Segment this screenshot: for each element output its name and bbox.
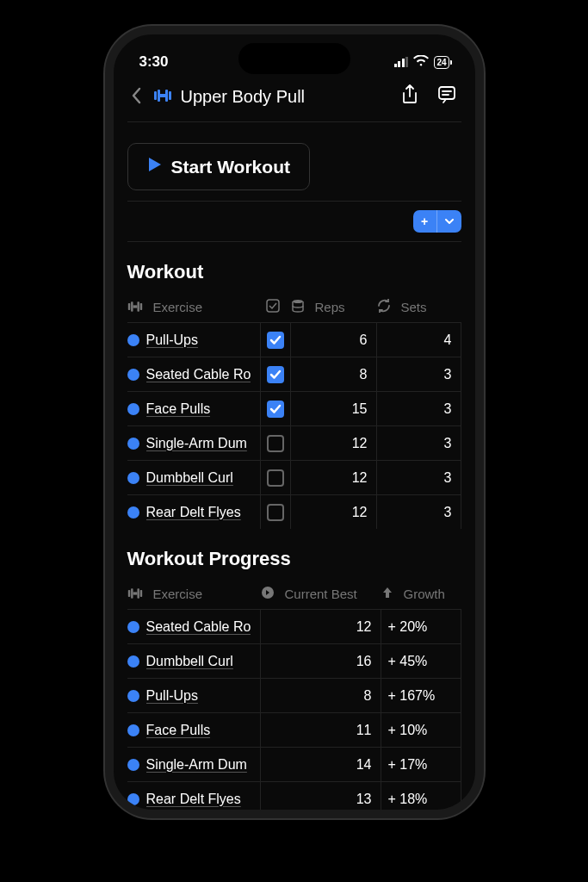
- reps-value[interactable]: 8: [291, 367, 376, 382]
- add-button[interactable]: +: [413, 210, 461, 233]
- share-button[interactable]: [396, 84, 424, 109]
- reps-col-label: Reps: [315, 300, 345, 314]
- table-row: Single-Arm Dum14+ 17%: [127, 747, 461, 781]
- current-best-value: 13: [261, 792, 381, 807]
- exercise-name[interactable]: Single-Arm Dum: [146, 436, 247, 451]
- exercise-name[interactable]: Dumbbell Curl: [146, 470, 233, 486]
- reps-value[interactable]: 12: [291, 436, 376, 451]
- table-row: Pull-Ups8+ 167%: [127, 678, 461, 712]
- exercise-dot: [127, 369, 139, 381]
- exercise-name[interactable]: Seated Cable Ro: [146, 619, 251, 635]
- exercise-checkbox[interactable]: [267, 332, 284, 349]
- table-row: Dumbbell Curl123: [127, 460, 461, 494]
- exercise-name[interactable]: Face Pulls: [146, 401, 211, 417]
- svg-rect-3: [165, 90, 168, 102]
- dynamic-island: [238, 43, 350, 74]
- growth-value: + 18%: [381, 792, 428, 807]
- battery-icon: 24: [434, 56, 449, 69]
- svg-rect-10: [139, 303, 141, 310]
- exercise-dot: [127, 438, 139, 450]
- chevron-down-icon: [437, 210, 461, 233]
- current-best-col-label: Current Best: [285, 587, 357, 601]
- exercise-name[interactable]: Pull-Ups: [146, 688, 198, 704]
- exercise-checkbox[interactable]: [267, 401, 284, 418]
- svg-rect-15: [133, 592, 137, 594]
- reps-value[interactable]: 6: [291, 332, 376, 348]
- svg-point-12: [293, 300, 303, 303]
- wifi-icon: [413, 55, 429, 69]
- svg-rect-1: [158, 90, 160, 102]
- dumbbell-icon: [127, 587, 148, 601]
- sets-value[interactable]: 3: [377, 436, 461, 451]
- play-icon: [147, 156, 163, 177]
- status-time: 3:30: [139, 53, 169, 71]
- exercise-name[interactable]: Single-Arm Dum: [146, 757, 247, 773]
- svg-rect-7: [131, 301, 133, 311]
- growth-value: + 45%: [381, 654, 428, 669]
- exercise-name[interactable]: Dumbbell Curl: [146, 654, 233, 669]
- svg-rect-0: [154, 91, 157, 100]
- header: Upper Body Pull: [127, 78, 461, 121]
- current-best-value: 16: [261, 654, 381, 669]
- current-best-value: 11: [261, 723, 381, 738]
- exercise-col-label: Exercise: [153, 587, 203, 601]
- back-button[interactable]: [127, 85, 145, 109]
- exercise-name[interactable]: Rear Delt Flyes: [146, 792, 241, 807]
- start-workout-button[interactable]: Start Workout: [127, 143, 310, 190]
- exercise-dot: [127, 334, 139, 346]
- svg-rect-11: [267, 300, 279, 312]
- exercise-dot: [127, 506, 139, 519]
- current-best-value: 8: [261, 688, 381, 704]
- table-row: Rear Delt Flyes13+ 18%: [127, 781, 461, 810]
- stack-icon: [291, 299, 310, 315]
- svg-rect-4: [169, 91, 171, 100]
- checkbox-icon: [266, 299, 285, 315]
- sets-value[interactable]: 4: [377, 332, 461, 348]
- cell-signal-icon: [394, 57, 409, 67]
- reps-value[interactable]: 15: [291, 401, 376, 417]
- current-best-value: 14: [261, 757, 381, 773]
- table-row: Face Pulls11+ 10%: [127, 712, 461, 747]
- svg-rect-6: [127, 303, 129, 310]
- exercise-dot: [127, 724, 139, 736]
- exercise-name[interactable]: Face Pulls: [146, 723, 211, 738]
- refresh-icon: [377, 299, 396, 315]
- svg-rect-2: [160, 94, 165, 97]
- arrow-up-icon: [381, 587, 399, 601]
- exercise-name[interactable]: Pull-Ups: [146, 332, 198, 348]
- comment-button[interactable]: [432, 85, 461, 109]
- sets-value[interactable]: 3: [377, 470, 461, 486]
- workout-table-header: Exercise Reps Sets: [127, 292, 461, 322]
- sets-value[interactable]: 3: [377, 505, 461, 520]
- reps-value[interactable]: 12: [291, 470, 376, 486]
- sets-value[interactable]: 3: [377, 401, 461, 417]
- exercise-dot: [127, 655, 139, 668]
- progress-section-title: Workout Progress: [127, 548, 461, 570]
- reps-value[interactable]: 12: [291, 505, 376, 520]
- table-row: Rear Delt Flyes123: [127, 494, 461, 529]
- exercise-dot: [127, 621, 139, 633]
- exercise-checkbox[interactable]: [267, 504, 284, 521]
- sets-value[interactable]: 3: [377, 367, 461, 382]
- exercise-checkbox[interactable]: [267, 366, 284, 383]
- svg-rect-16: [137, 588, 139, 598]
- exercise-col-label: Exercise: [153, 300, 203, 314]
- table-row: Face Pulls153: [127, 391, 461, 425]
- current-best-value: 12: [261, 619, 381, 635]
- exercise-name[interactable]: Rear Delt Flyes: [146, 505, 241, 520]
- arrow-right-circle-icon: [261, 586, 280, 602]
- growth-value: + 20%: [381, 619, 428, 635]
- table-row: Dumbbell Curl16+ 45%: [127, 643, 461, 678]
- growth-value: + 10%: [381, 723, 428, 738]
- svg-rect-5: [439, 87, 455, 99]
- exercise-dot: [127, 403, 139, 415]
- exercise-dot: [127, 472, 139, 484]
- exercise-checkbox[interactable]: [267, 469, 284, 487]
- exercise-dot: [127, 690, 139, 702]
- exercise-name[interactable]: Seated Cable Ro: [146, 367, 251, 382]
- phone-frame: 3:30 24 Upper Body Pull: [105, 26, 484, 818]
- exercise-checkbox[interactable]: [267, 435, 284, 452]
- start-workout-label: Start Workout: [171, 157, 290, 177]
- dumbbell-icon: [127, 300, 148, 314]
- table-row: Seated Cable Ro12+ 20%: [127, 609, 461, 643]
